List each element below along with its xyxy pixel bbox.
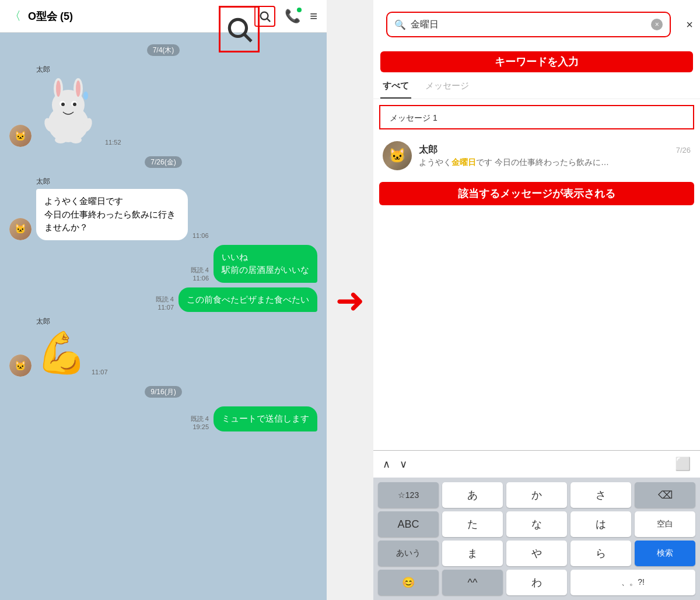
back-button[interactable]: 〈 — [9, 8, 21, 24]
message-time: 11:07 — [92, 369, 108, 377]
keyword-annotation: キーワードを入力 — [380, 51, 693, 72]
nav-down[interactable]: ∨ — [400, 458, 407, 471]
message-row: 🐱 太郎 ようやく金曜日です今日の仕事終わったら飲みに行きませんか？ 11:06 — [9, 177, 317, 240]
search-bar[interactable]: 🔍 × — [386, 12, 671, 37]
chat-header: 〈 O型会 (5) 📞 ≡ — [0, 0, 327, 33]
result-info: 太郎 7/26 ようやく金曜日です 今日の仕事終わったら飲みに… — [419, 144, 691, 168]
message-bubble: ようやく金曜日です今日の仕事終わったら飲みに行きませんか？ — [36, 189, 188, 240]
message-row: 🐱 太郎 💪 11:07 — [9, 317, 317, 377]
search-tabs: すべて メッセージ — [373, 75, 700, 99]
message-bubble: いいね駅前の居酒屋がいいな — [214, 245, 317, 283]
key-ra[interactable]: ら — [570, 541, 631, 566]
date-badge: 9/16(月) — [9, 386, 317, 397]
key-ta[interactable]: た — [442, 511, 503, 537]
svg-point-17 — [55, 136, 66, 143]
sender-name: 太郎 — [36, 65, 100, 75]
svg-point-12 — [61, 103, 65, 106]
chat-title: O型会 (5) — [28, 9, 247, 23]
svg-point-18 — [70, 136, 82, 143]
key-abc[interactable]: ABC — [378, 511, 439, 537]
chat-messages: 7/4(木) 🐱 太郎 — [0, 33, 327, 600]
arrow-icon: ➜ — [335, 280, 365, 321]
svg-point-13 — [73, 103, 76, 106]
result-date: 7/26 — [676, 146, 691, 155]
svg-point-7 — [56, 80, 61, 97]
svg-line-3 — [244, 34, 251, 41]
phone-icon[interactable]: 📞 — [285, 9, 300, 24]
search-icon-overlay — [219, 6, 260, 52]
header-icons: 📞 ≡ — [254, 6, 317, 27]
left-panel: 〈 O型会 (5) 📞 ≡ 7/4(木) — [0, 0, 327, 600]
keyboard-nav: ∧ ∨ ⬜ — [373, 451, 700, 478]
svg-point-9 — [76, 80, 80, 97]
svg-point-0 — [261, 12, 268, 19]
key-aiue[interactable]: あいう — [378, 541, 439, 566]
avatar: 🐱 — [9, 125, 32, 147]
avatar: 🐱 — [9, 218, 32, 240]
tab-messages[interactable]: メッセージ — [423, 75, 471, 99]
date-badge: 7/26(金) — [9, 156, 317, 167]
key-delete[interactable]: ⌫ — [635, 482, 695, 508]
calendar-icon[interactable]: ⬜ — [675, 457, 691, 472]
key-na[interactable]: な — [506, 511, 567, 537]
message-meta: 既読 4 11:07 — [156, 295, 174, 312]
key-caret[interactable]: ^^ — [442, 570, 503, 595]
result-section-title: メッセージ 1 — [379, 105, 694, 129]
message-bubble: この前食べたピザまた食べたい — [178, 287, 317, 313]
sticker — [36, 77, 100, 147]
key-sa[interactable]: さ — [570, 482, 631, 508]
svg-point-2 — [229, 19, 246, 36]
message-row: 既読 4 19:25 ミュートで送信します — [9, 406, 317, 431]
keyboard-area: ∧ ∨ ⬜ ☆123 あ か さ ⌫ ABC た な は 空白 あいう ま や … — [373, 450, 700, 600]
message-meta: 既読 4 19:25 — [191, 415, 209, 431]
result-avatar: 🐱 — [383, 141, 412, 170]
key-123[interactable]: ☆123 — [378, 482, 439, 508]
sender-name: 太郎 — [36, 177, 188, 187]
message-bubble: ミュートで送信します — [214, 406, 317, 431]
key-ya[interactable]: や — [506, 541, 567, 566]
message-meta: 既読 4 11:06 — [191, 266, 209, 283]
date-badge: 7/4(木) — [9, 44, 317, 55]
key-punct[interactable]: 、。?! — [570, 570, 695, 595]
message-content: 太郎 — [36, 65, 100, 147]
message-content: 太郎 ようやく金曜日です今日の仕事終わったら飲みに行きませんか？ — [36, 177, 188, 240]
key-search[interactable]: 検索 — [635, 541, 695, 566]
close-button[interactable]: × — [686, 18, 693, 31]
key-ma[interactable]: ま — [442, 541, 503, 566]
nav-up[interactable]: ∧ — [383, 458, 390, 471]
result-preview: ようやく金曜日です 今日の仕事終わったら飲みに… — [419, 157, 691, 168]
avatar: 🐱 — [9, 355, 32, 377]
key-ka[interactable]: か — [506, 482, 567, 508]
result-name: 太郎 — [419, 144, 438, 156]
key-ha[interactable]: は — [570, 511, 631, 537]
message-annotation: 該当するメッセージが表示される — [379, 182, 694, 205]
arrow-section: ➜ — [327, 0, 373, 600]
message-content: 太郎 💪 — [36, 317, 87, 377]
menu-icon[interactable]: ≡ — [310, 9, 317, 24]
clear-button[interactable]: × — [651, 19, 663, 30]
svg-point-14 — [83, 92, 88, 100]
search-input[interactable] — [411, 19, 646, 30]
message-row: 🐱 太郎 — [9, 65, 317, 147]
key-wa[interactable]: わ — [506, 570, 567, 595]
nav-arrows: ∧ ∨ — [383, 458, 407, 471]
tab-all[interactable]: すべて — [380, 75, 411, 99]
search-icon: 🔍 — [394, 19, 406, 30]
message-time: 11:06 — [192, 232, 209, 240]
message-time: 11:52 — [105, 139, 121, 147]
key-a[interactable]: あ — [442, 482, 503, 508]
message-row: 既読 4 11:07 この前食べたピザまた食べたい — [9, 287, 317, 313]
keyboard-grid: ☆123 あ か さ ⌫ ABC た な は 空白 あいう ま や ら 検索 😊… — [373, 478, 700, 600]
key-emoji[interactable]: 😊 — [378, 570, 439, 595]
message-row: 既読 4 11:06 いいね駅前の居酒屋がいいな — [9, 245, 317, 283]
key-space[interactable]: 空白 — [635, 511, 695, 537]
sticker: 💪 — [36, 329, 87, 377]
right-panel: 🔍 × × キーワードを入力 すべて メッセージ メッセージ 1 🐱 太郎 7/… — [373, 0, 700, 600]
result-item[interactable]: 🐱 太郎 7/26 ようやく金曜日です 今日の仕事終わったら飲みに… — [373, 135, 700, 176]
sender-name: 太郎 — [36, 317, 87, 327]
result-name-row: 太郎 7/26 — [419, 144, 691, 156]
svg-line-1 — [267, 19, 270, 22]
